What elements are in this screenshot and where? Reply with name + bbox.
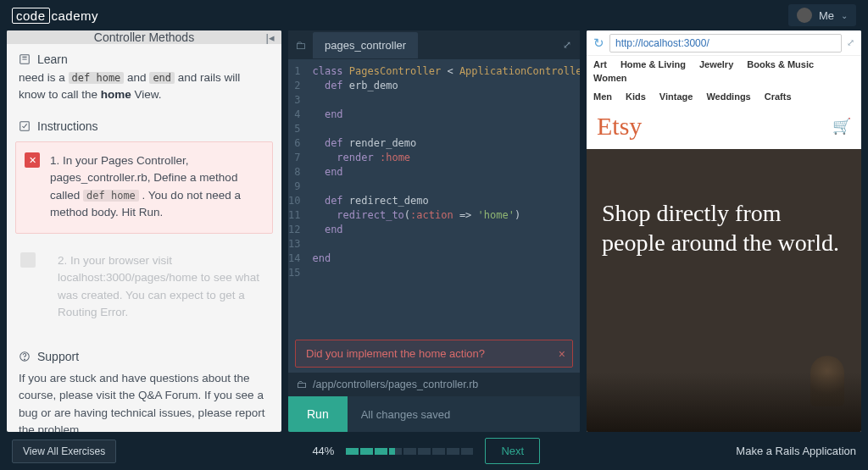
save-status: All changes saved bbox=[361, 408, 451, 421]
etsy-nav-link[interactable]: Men bbox=[593, 91, 612, 102]
learn-label: Learn bbox=[37, 53, 68, 66]
footer-bar: View All Exercises 44% Next Make a Rails… bbox=[0, 432, 868, 470]
instructions-section-head: Instructions bbox=[7, 111, 281, 136]
line-gutter: 123456789101112131415 bbox=[288, 59, 307, 340]
etsy-nav-link[interactable]: Home & Living bbox=[620, 59, 686, 69]
lesson-panel-header: Controller Methods |◂ bbox=[7, 30, 281, 44]
instructions-label: Instructions bbox=[37, 119, 98, 133]
progress-bar bbox=[346, 448, 473, 455]
instruction-1: 1. In your Pages Controller, pages_contr… bbox=[15, 141, 273, 234]
learn-body: need is a def home and end and rails wil… bbox=[7, 69, 281, 111]
url-input[interactable] bbox=[609, 34, 842, 53]
editor-tabs: 🗀 pages_controller ⤢ bbox=[288, 30, 580, 59]
etsy-nav-link[interactable]: Art bbox=[593, 59, 607, 69]
user-menu[interactable]: Me ⌄ bbox=[788, 4, 856, 26]
chevron-down-icon: ⌄ bbox=[841, 11, 848, 20]
logo[interactable]: code cademy bbox=[12, 8, 98, 24]
cart-icon[interactable]: 🛒 bbox=[832, 117, 851, 135]
code-editor[interactable]: 123456789101112131415 class PagesControl… bbox=[288, 59, 580, 340]
learn-code2: end bbox=[149, 72, 175, 84]
learn-code1: def home bbox=[69, 72, 125, 84]
etsy-header: Etsy 🛒 bbox=[587, 107, 861, 149]
learn-tail: View. bbox=[131, 88, 162, 101]
etsy-nav-row-1: ArtHome & LivingJewelryBooks & MusicWome… bbox=[587, 56, 861, 88]
avatar-icon bbox=[797, 8, 812, 23]
learn-text-a: need is a bbox=[19, 71, 69, 84]
browser-toolbar: ↻ ⤢ bbox=[587, 30, 861, 56]
reload-icon[interactable]: ↻ bbox=[593, 36, 604, 51]
etsy-nav-link[interactable]: Vintage bbox=[659, 91, 693, 102]
instr1-code: def home bbox=[83, 190, 139, 202]
next-button[interactable]: Next bbox=[485, 438, 540, 464]
support-label: Support bbox=[37, 350, 79, 363]
checkbox-icon bbox=[19, 120, 31, 132]
learn-section-head: Learn bbox=[7, 44, 281, 69]
expand-icon[interactable]: ⤢ bbox=[563, 39, 571, 51]
progress-percent: 44% bbox=[312, 445, 334, 457]
file-path-bar: 🗀 /app/controllers/pages_controller.rb bbox=[288, 373, 580, 396]
lesson-title: Controller Methods bbox=[94, 30, 194, 44]
course-title: Make a Rails Application bbox=[736, 445, 856, 457]
etsy-nav-row-2: MenKidsVintageWeddingsCrafts bbox=[587, 88, 861, 107]
run-button[interactable]: Run bbox=[288, 396, 348, 432]
hero-heading: Shop directly from people around the wor… bbox=[602, 198, 846, 257]
help-icon bbox=[19, 351, 31, 362]
folder-icon: 🗀 bbox=[297, 379, 308, 390]
etsy-nav-link[interactable]: Jewelry bbox=[699, 59, 733, 69]
instr1-num: 1. bbox=[50, 154, 59, 167]
learn-text-mid: and bbox=[124, 71, 149, 84]
progress-area: 44% Next bbox=[128, 438, 724, 464]
hero-image bbox=[810, 356, 844, 406]
etsy-nav-link[interactable]: Weddings bbox=[706, 91, 750, 102]
etsy-logo[interactable]: Etsy bbox=[597, 112, 642, 141]
lesson-panel: Controller Methods |◂ Learn need is a de… bbox=[7, 30, 281, 432]
error-bar: Did you implement the home action? × bbox=[295, 340, 573, 368]
logo-box: code bbox=[12, 8, 50, 24]
code-area[interactable]: class PagesController < ApplicationContr… bbox=[307, 59, 580, 340]
folder-icon[interactable]: 🗀 bbox=[295, 39, 306, 52]
book-icon bbox=[19, 53, 31, 65]
instr2-text: In your browser visit localhost:3000/pag… bbox=[58, 254, 259, 318]
instruction-2: 2. In your browser visit localhost:3000/… bbox=[15, 242, 273, 333]
etsy-nav-link[interactable]: Books & Music bbox=[747, 59, 814, 69]
learn-strong: home bbox=[101, 88, 131, 101]
logo-text: cademy bbox=[52, 8, 99, 23]
close-icon[interactable]: × bbox=[559, 347, 565, 361]
top-bar: code cademy Me ⌄ bbox=[0, 0, 868, 30]
run-bar: Run All changes saved bbox=[288, 396, 580, 432]
etsy-nav-link[interactable]: Kids bbox=[626, 91, 646, 102]
error-message: Did you implement the home action? bbox=[306, 347, 485, 360]
browser-panel: ↻ ⤢ ArtHome & LivingJewelryBooks & Music… bbox=[587, 30, 861, 432]
svg-point-5 bbox=[25, 359, 25, 360]
support-section-head: Support bbox=[7, 341, 281, 367]
user-label: Me bbox=[819, 9, 834, 22]
hero-section: Shop directly from people around the wor… bbox=[587, 149, 861, 432]
etsy-nav-link[interactable]: Women bbox=[593, 73, 627, 83]
fullscreen-icon[interactable]: ⤢ bbox=[847, 37, 854, 48]
collapse-icon[interactable]: |◂ bbox=[266, 31, 275, 44]
support-body: If you are stuck and have questions abou… bbox=[7, 367, 281, 432]
view-all-exercises-button[interactable]: View All Exercises bbox=[12, 440, 116, 463]
pending-badge-icon bbox=[20, 252, 36, 268]
etsy-nav-link[interactable]: Crafts bbox=[765, 91, 792, 102]
code-editor-panel: 🗀 pages_controller ⤢ 1234567891011121314… bbox=[288, 30, 580, 432]
file-path: /app/controllers/pages_controller.rb bbox=[313, 379, 478, 390]
error-badge-icon bbox=[25, 152, 40, 168]
tab-pages-controller[interactable]: pages_controller bbox=[313, 32, 418, 58]
instr2-num: 2. bbox=[58, 254, 67, 267]
